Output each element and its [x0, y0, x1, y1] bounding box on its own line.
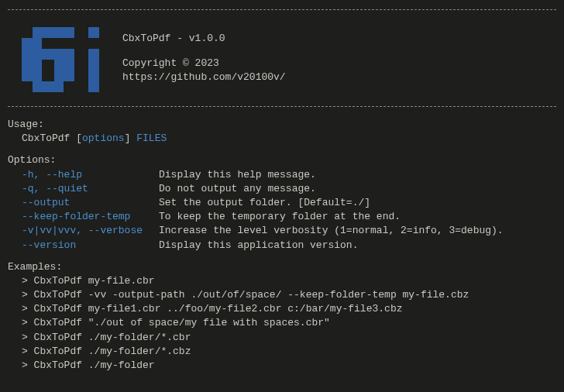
svg-rect-5	[22, 70, 42, 81]
option-row: -h, --helpDisplay this help message.	[8, 168, 556, 182]
option-flag: --keep-folder-temp	[8, 210, 159, 224]
example-line: > CbxToPdf my-file.cbr	[22, 274, 556, 288]
svg-rect-0	[33, 27, 74, 38]
example-line: > CbxToPdf ./my-folder/*.cbr	[22, 331, 556, 345]
usage-mid: ]	[125, 132, 137, 144]
usage-prefix: CbxToPdf [	[22, 132, 82, 144]
divider-mid	[8, 106, 556, 107]
svg-rect-6	[54, 70, 74, 81]
example-line: > CbxToPdf -vv -output-path ./out/of/spa…	[22, 288, 556, 302]
option-desc: Display this help message.	[159, 168, 316, 182]
header: CbxToPdf - v1.0.0 Copyright © 2023 https…	[8, 18, 556, 98]
usage-label: Usage:	[8, 118, 556, 132]
option-row: --keep-folder-tempTo keep the temporary …	[8, 210, 556, 224]
svg-rect-4	[54, 60, 74, 70]
svg-rect-8	[88, 27, 99, 38]
examples-label: Examples:	[8, 260, 556, 274]
option-flag: -v|vv|vvv, --verbose	[8, 224, 159, 238]
option-row: -v|vv|vvv, --verboseIncrease the level v…	[8, 224, 556, 238]
svg-rect-1	[22, 38, 42, 49]
logo-icon	[19, 19, 104, 97]
usage-files-word: FILES	[136, 132, 167, 144]
option-row: --versionDisplay this application versio…	[8, 239, 556, 253]
example-line: > CbxToPdf "./out of space/my file with …	[22, 316, 556, 330]
svg-rect-7	[33, 81, 64, 92]
app-title: CbxToPdf - v1.0.0	[122, 32, 286, 46]
option-desc: Do not output any message.	[159, 182, 316, 196]
example-line: > CbxToPdf ./my-folder	[22, 359, 556, 373]
usage-line: CbxToPdf [options] FILES	[22, 132, 556, 146]
option-row: -q, --quietDo not output any message.	[8, 182, 556, 196]
example-line: > CbxToPdf my-file1.cbr ../foo/my-file2.…	[22, 302, 556, 316]
option-desc: Display this application version.	[159, 239, 358, 253]
option-desc: To keep the temporary folder at the end.	[159, 210, 401, 224]
svg-rect-9	[88, 49, 99, 92]
option-flag: -h, --help	[8, 168, 159, 182]
usage-options-word: options	[82, 132, 125, 144]
copyright-line: Copyright © 2023	[122, 57, 286, 70]
header-text: CbxToPdf - v1.0.0 Copyright © 2023 https…	[122, 32, 286, 85]
option-flag: --output	[8, 196, 159, 210]
option-desc: Set the output folder. [Default=./]	[159, 196, 370, 210]
option-desc: Increase the level verbosity (1=normal, …	[159, 224, 504, 238]
svg-rect-2	[22, 49, 74, 60]
option-row: --outputSet the output folder. [Default=…	[8, 196, 556, 210]
usage-section: Usage: CbxToPdf [options] FILES	[8, 118, 556, 146]
project-url: https://github.com/v20100v/	[122, 70, 286, 84]
option-flag: -q, --quiet	[8, 182, 159, 196]
divider-top	[8, 9, 556, 10]
svg-rect-3	[22, 60, 42, 70]
option-flag: --version	[8, 239, 159, 253]
options-section: Options: -h, --helpDisplay this help mes…	[8, 153, 556, 252]
example-line: > CbxToPdf ./my-folder/*.cbz	[22, 345, 556, 359]
examples-section: Examples: > CbxToPdf my-file.cbr> CbxToP…	[8, 260, 556, 373]
options-label: Options:	[8, 153, 556, 167]
